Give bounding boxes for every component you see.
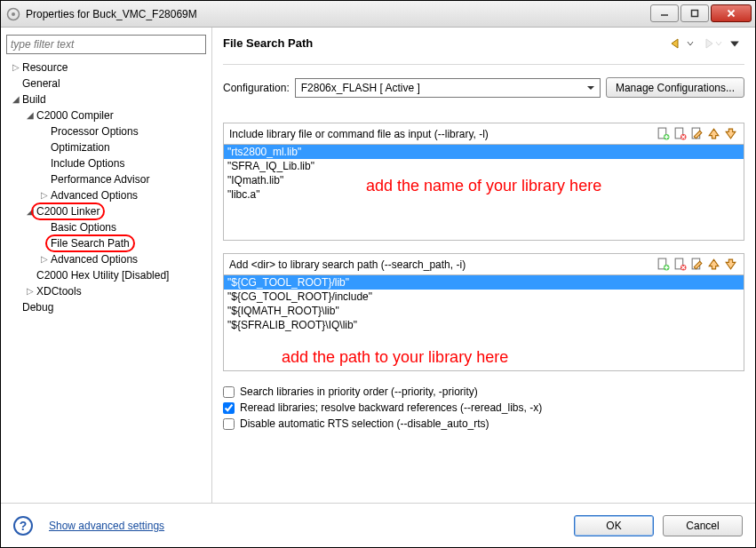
twisty-none: ▷	[38, 171, 51, 187]
chevron-down-icon	[584, 83, 598, 92]
move-up-icon[interactable]	[706, 257, 721, 272]
config-label: Configuration:	[223, 82, 290, 94]
include-library-label: Include library file or command file as …	[229, 128, 654, 140]
move-down-icon[interactable]	[723, 257, 738, 272]
manage-configurations-button[interactable]: Manage Configurations...	[606, 77, 744, 98]
tree-label: General	[22, 75, 60, 91]
include-library-panel: Include library file or command file as …	[223, 123, 744, 241]
tree-item[interactable]: ▷General	[6, 75, 206, 91]
annotation: add the path to your library here	[282, 348, 508, 367]
twisty-closed-icon[interactable]: ▷	[24, 283, 36, 299]
list-item[interactable]: "${CG_TOOL_ROOT}/include"	[224, 290, 744, 304]
twisty-none: ▷	[10, 75, 22, 91]
svg-rect-3	[692, 11, 698, 17]
twisty-none: ▷	[38, 219, 51, 235]
tree-item[interactable]: ▷Optimization	[6, 139, 206, 155]
priority-checkbox[interactable]	[223, 386, 235, 398]
add-file-icon[interactable]	[656, 126, 671, 141]
tree-item[interactable]: ▷XDCtools	[6, 283, 206, 299]
help-icon[interactable]: ?	[13, 516, 33, 536]
tree-item[interactable]: ◢Build	[6, 91, 206, 107]
tree-item[interactable]: ▷Include Options	[6, 155, 206, 171]
reread-checkbox[interactable]	[223, 402, 235, 414]
list-item[interactable]: "rts2800_ml.lib"	[224, 145, 744, 159]
edit-file-icon[interactable]	[689, 126, 704, 141]
list-item[interactable]: "${CG_TOOL_ROOT}/lib"	[224, 275, 744, 290]
tree-label: Advanced Options	[51, 251, 138, 267]
app-icon	[6, 7, 20, 21]
delete-file-icon[interactable]	[672, 257, 688, 272]
minimize-button[interactable]	[650, 4, 679, 22]
twisty-none: ▷	[38, 155, 51, 171]
tree-label: File Search Path	[51, 235, 130, 251]
window-title: Properties for Buck_VMC_F28069M	[26, 8, 197, 20]
maximize-button[interactable]	[680, 4, 709, 22]
add-file-icon[interactable]	[656, 257, 671, 272]
disable-rts-checkbox[interactable]	[223, 418, 235, 430]
search-path-list[interactable]: "${CG_TOOL_ROOT}/lib""${CG_TOOL_ROOT}/in…	[224, 274, 744, 370]
tree-item[interactable]: ▷File Search Path	[6, 235, 206, 251]
tree-item[interactable]: ▷Basic Options	[6, 219, 206, 235]
nav-back-button[interactable]	[668, 38, 696, 49]
list-item[interactable]: "${IQMATH_ROOT}\lib"	[224, 304, 744, 318]
tree-item[interactable]: ▷Advanced Options	[6, 187, 206, 203]
reread-label: Reread libraries; resolve backward refer…	[240, 401, 542, 414]
include-library-list[interactable]: "rts2800_ml.lib""SFRA_IQ_Lib.lib""IQmath…	[224, 144, 744, 240]
filter-input[interactable]	[6, 35, 206, 54]
twisty-open-icon[interactable]: ◢	[24, 107, 36, 123]
config-select[interactable]: F2806x_FLASH [ Active ]	[295, 78, 601, 98]
cancel-button[interactable]: Cancel	[663, 515, 743, 536]
footer: ? Show advanced settings OK Cancel	[1, 503, 755, 547]
titlebar: Properties for Buck_VMC_F28069M	[1, 1, 755, 28]
list-item[interactable]: "SFRA_IQ_Lib.lib"	[224, 159, 744, 173]
twisty-none: ▷	[38, 123, 51, 139]
tree-item[interactable]: ▷Resource	[6, 60, 206, 75]
tree-label: Build	[22, 91, 46, 107]
list-item[interactable]: "IQmath.lib"	[224, 173, 744, 187]
twisty-none: ▷	[38, 235, 51, 251]
ok-button[interactable]: OK	[574, 515, 654, 536]
page-title: File Search Path	[223, 36, 668, 50]
nav-forward-button[interactable]	[696, 38, 725, 49]
delete-file-icon[interactable]	[672, 126, 688, 141]
close-button[interactable]	[711, 4, 752, 22]
twisty-closed-icon[interactable]: ▷	[10, 60, 22, 75]
tree-label: Include Options	[51, 155, 124, 171]
tree-label: XDCtools	[36, 283, 82, 299]
priority-label: Search libraries in priority order (--pr…	[240, 385, 478, 398]
search-path-label: Add <dir> to library search path (--sear…	[229, 258, 654, 271]
tree-item[interactable]: ▷Processor Options	[6, 123, 206, 139]
tree-item[interactable]: ▷Debug	[6, 299, 206, 315]
show-advanced-link[interactable]: Show advanced settings	[49, 520, 164, 532]
svg-point-1	[12, 12, 15, 16]
tree-item[interactable]: ▷Performance Advisor	[6, 171, 206, 187]
search-path-panel: Add <dir> to library search path (--sear…	[223, 253, 744, 371]
disable-rts-label: Disable automatic RTS selection (--disab…	[240, 417, 489, 430]
tree-label: Resource	[22, 60, 68, 75]
tree-label: Performance Advisor	[51, 171, 149, 187]
list-item[interactable]: "libc.a"	[224, 187, 744, 202]
tree-item[interactable]: ◢C2000 Compiler	[6, 107, 206, 123]
tree-label: Debug	[22, 299, 53, 315]
twisty-closed-icon[interactable]: ▷	[38, 187, 51, 203]
move-up-icon[interactable]	[706, 126, 721, 141]
nav-tree: ▷Resource▷General◢Build◢C2000 Compiler▷P…	[6, 60, 206, 315]
twisty-none: ▷	[24, 267, 36, 283]
tree-label: C2000 Compiler	[36, 107, 114, 123]
twisty-none: ▷	[38, 139, 51, 155]
nav-menu-button[interactable]	[725, 38, 744, 49]
tree-label: Basic Options	[51, 219, 116, 235]
tree-label: Processor Options	[51, 123, 139, 139]
tree-label: Advanced Options	[51, 187, 138, 203]
tree-item[interactable]: ◢C2000 Linker	[6, 203, 206, 219]
twisty-none: ▷	[10, 299, 22, 315]
tree-label: C2000 Linker	[36, 203, 99, 219]
twisty-open-icon[interactable]: ◢	[10, 91, 22, 107]
move-down-icon[interactable]	[723, 126, 738, 141]
tree-item[interactable]: ▷C2000 Hex Utility [Disabled]	[6, 267, 206, 283]
twisty-closed-icon[interactable]: ▷	[38, 251, 51, 267]
tree-item[interactable]: ▷Advanced Options	[6, 251, 206, 267]
twisty-open-icon[interactable]: ◢	[24, 203, 36, 219]
list-item[interactable]: "${SFRALIB_ROOT}\IQ\lib"	[224, 318, 744, 332]
edit-file-icon[interactable]	[689, 257, 704, 272]
